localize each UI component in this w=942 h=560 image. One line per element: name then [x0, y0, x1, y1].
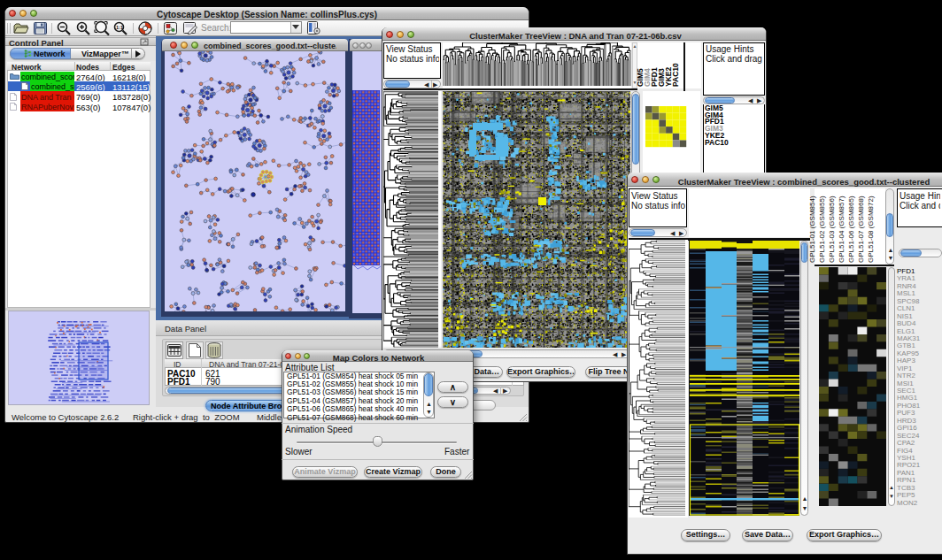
svg-text:1:1: 1:1: [116, 25, 123, 30]
